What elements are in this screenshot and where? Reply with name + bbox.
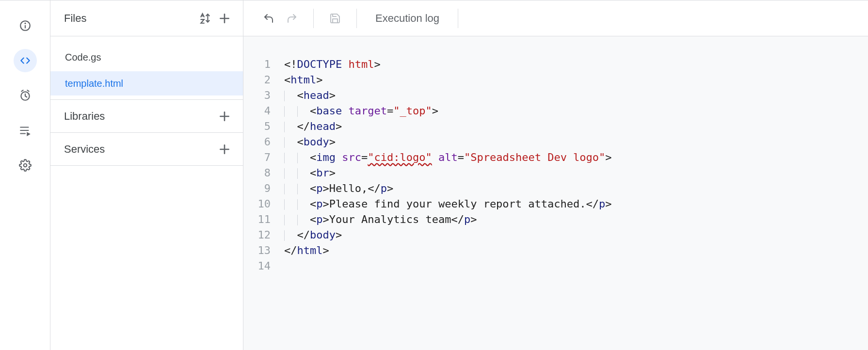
code-line[interactable]: 1<!DOCTYPE html> [243,57,868,72]
line-number: 12 [243,227,278,243]
code-content[interactable]: </body> [278,227,868,243]
section-label: Services [64,143,215,156]
code-line[interactable]: 3 <head> [243,88,868,103]
code-content[interactable]: <html> [278,72,868,88]
line-number: 10 [243,196,278,212]
svg-line-6 [21,90,23,91]
files-header: Files [50,0,243,36]
code-content[interactable]: </head> [278,119,868,134]
files-sidebar: Files Code.gstemplate.html LibrariesServ… [50,0,243,350]
line-number: 6 [243,134,278,150]
code-content[interactable]: <body> [278,134,868,150]
line-number: 4 [243,103,278,119]
app-root: Files Code.gstemplate.html LibrariesServ… [0,0,868,350]
section-label: Libraries [64,110,215,123]
execution-log-button[interactable]: Execution log [368,12,447,25]
code-content[interactable]: <head> [278,88,868,103]
triggers-icon[interactable] [14,84,37,107]
line-number: 3 [243,88,278,103]
file-label: template.html [65,78,123,89]
code-line[interactable]: 2<html> [243,72,868,88]
code-line[interactable]: 11 <p>Your Analytics team</p> [243,212,868,227]
line-number: 11 [243,212,278,227]
save-icon[interactable] [324,8,346,29]
code-line[interactable]: 13</html> [243,243,868,258]
line-number: 2 [243,72,278,88]
undo-icon[interactable] [258,8,279,29]
file-row[interactable]: template.html [50,71,243,95]
code-editor[interactable]: 1<!DOCTYPE html>2<html>3 <head>4 <base t… [243,36,868,350]
nav-rail [0,0,50,350]
add-libraries-icon[interactable] [215,107,234,126]
editor-toolbar: Execution log [243,0,868,36]
code-content[interactable]: <img src="cid:logo" alt="Spreadsheet Dev… [278,150,868,165]
editor-icon[interactable] [14,49,37,72]
code-line[interactable]: 4 <base target="_top"> [243,103,868,119]
line-number: 7 [243,150,278,165]
line-number: 13 [243,243,278,258]
file-label: Code.gs [65,52,101,63]
add-file-icon[interactable] [215,9,234,28]
line-number: 5 [243,119,278,134]
code-content[interactable]: <p>Please find your weekly report attach… [278,196,868,212]
code-line[interactable]: 10 <p>Please find your weekly report att… [243,196,868,212]
code-content[interactable]: <br> [278,165,868,181]
line-number: 8 [243,165,278,181]
code-line[interactable]: 12 </body> [243,227,868,243]
file-row[interactable]: Code.gs [50,45,243,69]
add-services-icon[interactable] [215,140,234,159]
file-list: Code.gstemplate.html [50,36,243,100]
svg-marker-11 [27,132,31,136]
code-content[interactable]: </html> [278,243,868,258]
code-content[interactable]: <p>Your Analytics team</p> [278,212,868,227]
editor-area: Execution log 1<!DOCTYPE html>2<html>3 <… [243,0,868,350]
code-content[interactable]: <p>Hello,</p> [278,181,868,196]
executions-icon[interactable] [14,119,37,142]
code-line[interactable]: 9 <p>Hello,</p> [243,181,868,196]
section-row: Libraries [50,100,243,133]
code-content[interactable]: <!DOCTYPE html> [278,57,868,72]
code-line[interactable]: 7 <img src="cid:logo" alt="Spreadsheet D… [243,150,868,165]
svg-line-5 [25,96,27,97]
line-number: 14 [243,258,278,274]
sort-az-icon[interactable] [195,9,215,28]
settings-icon[interactable] [14,154,37,177]
code-line[interactable]: 14 [243,258,868,274]
redo-icon[interactable] [281,8,303,29]
code-content[interactable]: <base target="_top"> [278,103,868,119]
svg-point-12 [23,164,27,167]
section-row: Services [50,133,243,166]
code-line[interactable]: 6 <body> [243,134,868,150]
svg-point-2 [24,23,26,24]
line-number: 1 [243,57,278,72]
files-title: Files [64,12,195,25]
code-line[interactable]: 8 <br> [243,165,868,181]
info-icon[interactable] [14,14,37,37]
line-number: 9 [243,181,278,196]
code-line[interactable]: 5 </head> [243,119,868,134]
svg-line-7 [27,90,29,91]
